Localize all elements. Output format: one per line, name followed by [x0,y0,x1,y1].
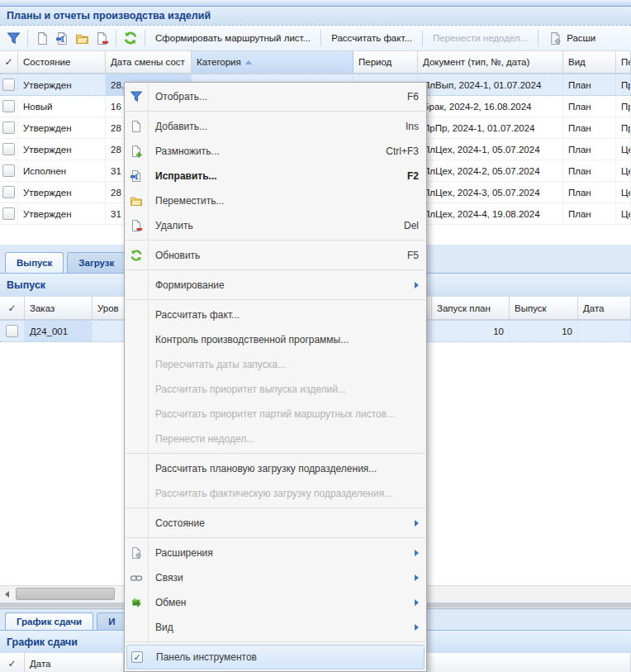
panel-title: График сдачи [0,636,78,648]
row-checkbox[interactable] [2,100,15,112]
edit-document-button[interactable] [52,28,72,48]
menu-item-toolbar-toggle[interactable]: ✓ Панель инструментов [126,645,425,670]
row-checkbox-cell[interactable] [0,321,25,341]
empty-icon-slot [129,431,144,446]
column-header-output[interactable]: Выпуск [510,297,578,319]
menu-item-extensions[interactable]: Расширения [125,541,426,565]
column-header-unit[interactable]: Передел [616,51,631,73]
carry-over-backlog-button: Перенести недодел... [427,28,534,48]
submenu-arrow-icon [415,550,419,556]
exchange-icon [129,595,144,610]
cell-unit: Цех [616,182,631,203]
row-checkbox[interactable] [2,122,15,134]
move-button[interactable] [72,28,92,48]
button-label: Рассчитать факт... [331,33,412,43]
add-document-icon [129,119,144,134]
menu-item-move[interactable]: Переместить... [125,188,426,213]
row-checkbox-cell[interactable] [0,117,18,138]
cell-document: ПлЦех, 2024-3, 05.07.2024 [418,182,563,203]
menu-separator [126,453,425,454]
menu-separator [126,299,425,300]
open-folder-icon [129,193,144,208]
select-all-column-header[interactable]: ✓ [0,51,18,73]
menu-separator [126,269,425,270]
menu-item-delete[interactable]: Удалить Del [125,213,426,238]
cell-unit: Предприятие [616,74,631,95]
submenu-arrow-icon [415,282,419,288]
menu-item-links[interactable]: Связи [125,565,426,590]
generate-route-sheet-button[interactable]: Сформировать маршрутный лист... [149,28,316,48]
menu-separator [126,111,425,112]
cell-state: Утвержден [18,74,106,95]
column-header-date[interactable]: Дата [578,297,631,319]
menu-item-add[interactable]: Добавить... Ins [125,114,426,139]
calculate-fact-button[interactable]: Рассчитать факт... [325,28,418,48]
column-header-order[interactable]: Заказ [25,297,93,319]
row-checkbox-cell[interactable] [0,74,18,95]
tab-vypusk[interactable]: Выпуск [5,252,64,273]
delete-document-button[interactable] [92,28,111,48]
cell-kind: План [563,203,616,224]
column-header-date[interactable]: Дата [25,653,124,672]
row-checkbox[interactable] [2,186,15,198]
select-all-column-header[interactable]: ✓ [0,297,25,319]
row-checkbox[interactable] [6,325,18,337]
menu-item-label: Удалить [155,220,394,231]
menu-item-state[interactable]: Состояние [125,511,426,536]
sort-asc-icon [245,60,252,64]
refresh-icon [129,248,144,263]
empty-icon-slot [129,278,144,293]
checkbox-check-glyph: ✓ [131,651,143,663]
row-checkbox[interactable] [2,207,15,220]
menu-item-exchange[interactable]: Обмен [125,590,426,615]
row-checkbox-cell[interactable] [0,139,18,160]
column-header-document[interactable]: Документ (тип, №, дата) [418,51,563,73]
button-label: Перенести недодел... [433,33,528,43]
column-header-period[interactable]: Период [353,51,418,73]
menu-item-formirovanie[interactable]: Формирование [125,273,426,298]
cell-date [578,321,631,341]
refresh-button[interactable] [121,28,140,48]
menu-item-recalc-launch-dates: Пересчитать даты запуска... [125,352,426,377]
row-checkbox[interactable] [2,79,15,91]
tab-grafik-sdachi[interactable]: График сдачи [5,612,93,630]
menu-item-label: Перенести недодел... [155,433,419,445]
menu-item-priority-products: Рассчитать приоритет выпуска изделий... [125,377,426,402]
scrollbar-thumb[interactable] [16,588,115,600]
menu-item-planned-load[interactable]: Рассчитать плановую загрузку подразделен… [125,456,426,481]
row-checkbox[interactable] [2,143,15,155]
menu-item-control-program[interactable]: Контроль производственной программы... [125,327,426,352]
column-header-launch-plan[interactable]: Запуск план [432,297,510,319]
menu-item-filter[interactable]: Отобрать... F6 [125,84,426,109]
column-header-state-change-date[interactable]: Дата смены сост [106,51,192,73]
menu-item-refresh[interactable]: Обновить F5 [125,243,426,268]
row-checkbox-cell[interactable] [0,182,18,203]
row-checkbox-cell[interactable] [0,96,18,117]
menu-item-edit[interactable]: Исправить... F2 [125,164,426,188]
menu-item-shortcut: F2 [407,170,419,182]
cell-document: ПлЦех, 2024-1, 05.07.2024 [418,139,563,160]
menu-item-calc-fact[interactable]: Рассчитать факт... [125,303,426,327]
filter-button[interactable] [3,28,23,48]
column-header-category[interactable]: Категория [192,51,353,73]
column-header-kind[interactable]: Вид [563,51,616,73]
add-document-button[interactable] [32,28,52,48]
menu-item-duplicate[interactable]: Размножить... Ctrl+F3 [125,139,426,164]
scroll-left-button[interactable] [0,587,14,601]
menu-item-actual-load: Рассчитать фактическую загрузку подразде… [125,481,426,506]
extensions-button[interactable]: Расши [543,28,601,48]
submenu-arrow-icon [415,599,419,606]
row-checkbox-cell[interactable] [0,160,18,181]
panel-title: Выпуск [0,279,45,291]
row-checkbox-cell[interactable] [0,203,18,224]
cell-kind: План [563,139,616,160]
select-all-column-header[interactable]: ✓ [0,653,25,672]
context-menu: Отобрать... F6 Добавить... Ins Размножит… [124,82,427,672]
menu-item-shortcut: F5 [407,250,419,261]
empty-icon-slot [129,307,144,322]
row-checkbox[interactable] [2,164,15,177]
menu-item-shortcut: Del [404,220,419,231]
menu-item-view[interactable]: Вид [125,615,426,640]
column-header-state[interactable]: Состояние [18,51,106,73]
cell-state: Исполнен [18,160,106,181]
